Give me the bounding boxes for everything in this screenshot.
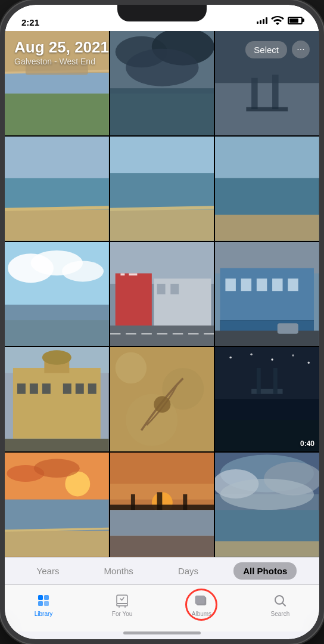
svg-point-88 [292, 355, 294, 357]
albums-label: Albums [192, 611, 211, 617]
svg-rect-109 [183, 494, 187, 510]
svg-rect-16 [251, 78, 257, 109]
status-icons [257, 13, 303, 27]
notch [117, 5, 207, 21]
svg-rect-58 [272, 278, 282, 291]
svg-rect-104 [110, 453, 214, 484]
svg-rect-30 [215, 137, 319, 178]
svg-point-38 [62, 261, 104, 281]
svg-point-87 [272, 359, 273, 361]
photo-cell[interactable] [5, 453, 109, 557]
home-indicator [123, 631, 201, 634]
svg-point-89 [308, 362, 310, 364]
svg-rect-45 [129, 273, 137, 275]
nav-item-for-you[interactable]: For You [102, 590, 142, 620]
svg-rect-57 [257, 278, 267, 291]
svg-line-23 [5, 208, 109, 209]
photo-cell[interactable] [5, 347, 109, 451]
more-button[interactable]: ··· [292, 41, 310, 58]
svg-rect-18 [247, 107, 288, 112]
svg-rect-44 [120, 273, 124, 275]
photo-cell[interactable] [5, 137, 109, 241]
svg-rect-124 [44, 601, 49, 606]
albums-icon [193, 592, 210, 609]
for-you-label: For You [112, 611, 132, 617]
svg-rect-122 [44, 595, 49, 600]
tab-months[interactable]: Months [95, 562, 143, 580]
svg-line-28 [110, 208, 214, 209]
svg-point-68 [42, 351, 71, 365]
svg-rect-49 [110, 325, 214, 346]
svg-rect-107 [131, 494, 135, 510]
svg-rect-90 [251, 389, 282, 394]
svg-rect-108 [157, 493, 162, 510]
photo-cell[interactable]: 0:40 [215, 347, 319, 451]
location-label: Galveston - West End [14, 57, 109, 66]
select-button[interactable]: Select [245, 41, 287, 58]
svg-rect-47 [157, 284, 165, 294]
svg-rect-70 [30, 384, 38, 394]
svg-rect-66 [13, 368, 101, 439]
svg-rect-56 [241, 278, 251, 291]
svg-point-81 [154, 397, 170, 413]
bottom-nav: Library For Y [5, 584, 319, 631]
svg-rect-62 [215, 330, 319, 346]
svg-rect-63 [278, 323, 298, 333]
svg-rect-22 [5, 209, 109, 240]
svg-rect-73 [76, 384, 84, 394]
svg-rect-69 [17, 384, 26, 394]
svg-line-134 [283, 603, 286, 606]
svg-rect-3 [5, 94, 109, 135]
status-time: 2:21 [21, 17, 39, 27]
svg-rect-40 [5, 320, 109, 346]
svg-rect-21 [5, 178, 109, 209]
nav-item-albums[interactable]: Albums [182, 590, 221, 620]
search-label: Search [271, 611, 290, 617]
svg-point-78 [115, 352, 146, 383]
signal-icon [257, 17, 267, 24]
svg-rect-100 [5, 531, 109, 557]
library-icon [35, 592, 52, 609]
svg-rect-32 [215, 178, 319, 215]
screen: 2:21 Aug 25, 20 [5, 5, 319, 639]
photo-cell[interactable] [110, 137, 214, 241]
svg-rect-126 [117, 603, 127, 606]
svg-rect-55 [226, 278, 236, 291]
tab-days[interactable]: Days [169, 562, 208, 580]
date-title: Aug 25, 2021 [14, 38, 109, 57]
svg-rect-12 [110, 94, 214, 135]
svg-rect-25 [110, 137, 214, 173]
svg-rect-92 [273, 368, 278, 394]
battery-icon [288, 17, 303, 24]
timeline-tabs: Years Months Days All Photos [5, 558, 319, 584]
photo-cell[interactable] [110, 347, 214, 451]
nav-item-library[interactable]: Library [25, 590, 63, 620]
svg-rect-74 [88, 384, 96, 394]
photo-cell[interactable] [110, 453, 214, 557]
photo-cell[interactable] [215, 453, 319, 557]
svg-rect-33 [215, 215, 319, 241]
svg-point-85 [230, 357, 232, 358]
svg-rect-121 [38, 595, 43, 600]
tab-all-photos[interactable]: All Photos [233, 562, 297, 580]
nav-item-search[interactable]: Search [261, 590, 300, 620]
svg-rect-91 [257, 368, 261, 394]
svg-rect-131 [195, 596, 205, 604]
svg-rect-123 [38, 601, 43, 606]
photo-grid: 0:40 [5, 31, 319, 557]
svg-rect-26 [110, 173, 214, 209]
photo-cell[interactable] [215, 137, 319, 241]
svg-rect-111 [110, 536, 214, 557]
wifi-icon [270, 13, 285, 27]
svg-rect-110 [110, 510, 214, 536]
photo-cell[interactable] [215, 242, 319, 346]
svg-rect-17 [272, 75, 278, 109]
photo-cell[interactable] [5, 242, 109, 346]
photo-header: Aug 25, 2021 Galveston - West End Select… [5, 31, 319, 71]
bottom-section: Years Months Days All Photos [5, 557, 319, 639]
for-you-icon [114, 592, 130, 609]
svg-point-118 [220, 479, 314, 510]
svg-point-98 [34, 459, 80, 478]
photo-cell[interactable] [110, 242, 214, 346]
tab-years[interactable]: Years [27, 562, 69, 580]
